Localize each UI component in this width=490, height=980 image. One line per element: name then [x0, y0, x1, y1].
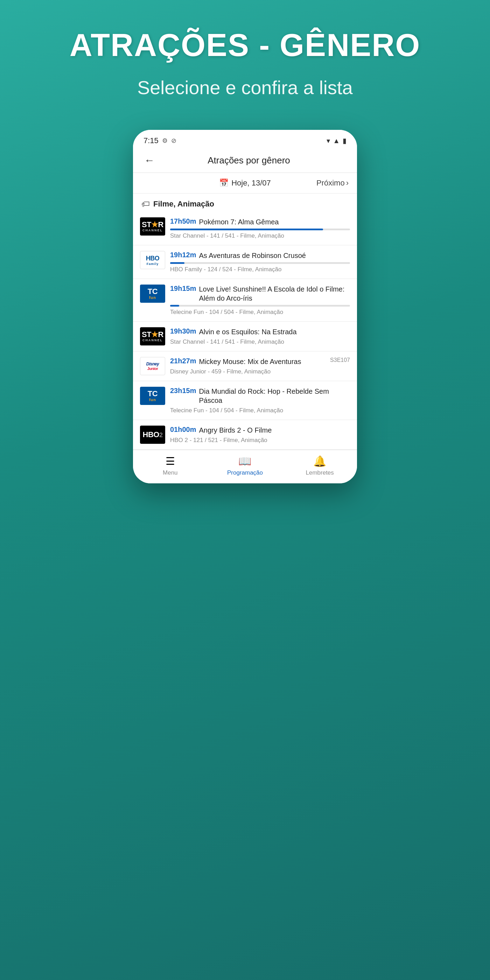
program-list: ST★R CHANNEL 17h50m Pokémon 7: Alma Gême…: [133, 212, 357, 450]
star-logo: ST★R: [142, 221, 164, 229]
date-label: 📅 Hoje, 13/07: [219, 178, 271, 188]
progress-bar: [170, 305, 350, 307]
program-title: Pokémon 7: Alma Gêmea: [199, 217, 350, 226]
genre-tag: 🏷 Filme, Animação: [133, 194, 357, 212]
list-item[interactable]: ST★R CHANNEL 19h30m Alvin e os Esquilos:…: [133, 321, 357, 352]
progress-fill: [170, 229, 323, 230]
family-text: Family: [146, 262, 159, 266]
program-info: 23h15m Dia Mundial do Rock: Hop - Rebeld…: [170, 387, 350, 414]
program-title: Alvin e os Esquilos: Na Estrada: [199, 327, 350, 336]
genre-label: Filme, Animação: [153, 199, 214, 208]
lembretes-icon: 🔔: [313, 455, 326, 467]
list-item[interactable]: HBO Family 19h12m As Aventuras de Robins…: [133, 245, 357, 279]
star-sub: CHANNEL: [142, 229, 163, 232]
program-details: HBO Family - 124 / 524 - Filme, Animação: [170, 266, 350, 273]
tc-logo-sub: fun: [149, 398, 156, 402]
do-not-disturb-icon: ⊘: [171, 137, 177, 145]
hbo-family-logo: HBO Family: [146, 255, 160, 266]
channel-logo-star: ST★R CHANNEL: [140, 217, 165, 235]
progress-fill: [170, 262, 185, 264]
disney-junior-logo: Disney Junior: [146, 361, 159, 371]
program-time: 19h15m: [170, 285, 196, 293]
disney-text: Disney: [146, 361, 159, 366]
program-title: As Aventuras de Robinson Crusoé: [199, 251, 350, 260]
calendar-icon: 📅: [219, 178, 229, 188]
program-time: 01h00m: [170, 426, 196, 434]
status-time: 7:15: [143, 136, 159, 145]
progress-fill: [170, 305, 179, 307]
signal-icon: ▲: [333, 137, 340, 145]
progress-bar: [170, 229, 350, 230]
hero-subtitle: Selecione e confira a lista: [137, 76, 352, 99]
program-details: Star Channel - 141 / 541 - Filme, Animaç…: [170, 339, 350, 345]
program-title: Angry Birds 2 - O Filme: [199, 426, 350, 435]
nav-label-menu: Menu: [163, 469, 178, 476]
tc-logo-text: TC: [148, 288, 158, 295]
nav-label-programacao: Programação: [227, 469, 263, 476]
program-details: HBO 2 - 121 / 521 - Filme, Animação: [170, 437, 350, 444]
program-time: 21h27m: [170, 357, 196, 365]
list-item[interactable]: TC fun 23h15m Dia Mundial do Rock: Hop -…: [133, 381, 357, 420]
nav-item-menu[interactable]: ☰ Menu: [153, 455, 188, 476]
list-item[interactable]: TC fun 19h15m Love Live! Sunshine!! A Es…: [133, 279, 357, 321]
program-time: 23h15m: [170, 387, 196, 395]
wifi-icon: ▾: [326, 137, 330, 145]
tc-logo-sub: fun: [149, 295, 156, 300]
settings-icon: ⚙: [162, 137, 168, 145]
program-title-row: 21h27m Mickey Mouse: Mix de Aventuras S3…: [170, 357, 350, 366]
app-bar-title: Atrações por gênero: [163, 155, 335, 166]
channel-logo-star: ST★R CHANNEL: [140, 327, 165, 345]
channel-logo-tc-fun: TC fun: [140, 285, 165, 303]
list-item[interactable]: Disney Junior 21h27m Mickey Mouse: Mix d…: [133, 352, 357, 381]
program-info: 17h50m Pokémon 7: Alma Gêmea Star Channe…: [170, 217, 350, 239]
program-title-row: 17h50m Pokémon 7: Alma Gêmea: [170, 217, 350, 226]
status-bar-left: 7:15 ⚙ ⊘: [143, 136, 177, 145]
program-title-row: 23h15m Dia Mundial do Rock: Hop - Rebeld…: [170, 387, 350, 405]
program-episode: S3E107: [330, 357, 350, 363]
hbo2-logo-text: HBO2: [143, 430, 163, 439]
date-text: Hoje, 13/07: [231, 178, 271, 188]
next-chevron-icon: ›: [346, 178, 348, 188]
program-info: 01h00m Angry Birds 2 - O Filme HBO 2 - 1…: [170, 426, 350, 444]
date-nav: 📅 Hoje, 13/07 Próximo ›: [133, 173, 357, 194]
channel-logo-hbo-family: HBO Family: [140, 251, 165, 269]
status-bar: 7:15 ⚙ ⊘ ▾ ▲ ▮: [133, 130, 357, 148]
program-details: Star Channel - 141 / 541 - Filme, Animaç…: [170, 232, 350, 239]
program-info: 19h30m Alvin e os Esquilos: Na Estrada S…: [170, 327, 350, 345]
program-details: Telecine Fun - 104 / 504 - Filme, Animaç…: [170, 407, 350, 414]
tag-icon: 🏷: [142, 199, 150, 209]
battery-icon: ▮: [343, 137, 347, 145]
phone-mockup: 7:15 ⚙ ⊘ ▾ ▲ ▮ ← Atrações por gênero 📅 H…: [133, 130, 357, 484]
program-title: Mickey Mouse: Mix de Aventuras: [199, 357, 328, 366]
app-bar: ← Atrações por gênero: [133, 148, 357, 173]
program-details: Disney Junior - 459 - Filme, Animação: [170, 368, 350, 375]
channel-logo-disney-junior: Disney Junior: [140, 357, 165, 375]
program-details: Telecine Fun - 104 / 504 - Filme, Animaç…: [170, 309, 350, 316]
program-time: 19h30m: [170, 327, 196, 335]
junior-text: Junior: [147, 366, 158, 371]
tc-logo-text: TC: [148, 390, 158, 398]
list-item[interactable]: ST★R CHANNEL 17h50m Pokémon 7: Alma Gême…: [133, 212, 357, 245]
channel-logo-hbo2: HBO2: [140, 426, 165, 444]
status-bar-right: ▾ ▲ ▮: [326, 137, 347, 145]
program-title: Dia Mundial do Rock: Hop - Rebelde Sem P…: [199, 387, 350, 405]
programacao-icon: 📖: [239, 455, 251, 467]
menu-icon: ☰: [165, 455, 175, 467]
progress-bar: [170, 262, 350, 264]
hero-title: ATRAÇÕES - GÊNERO: [70, 28, 420, 63]
bottom-nav: ☰ Menu 📖 Programação 🔔 Lembretes: [133, 450, 357, 484]
list-item[interactable]: HBO2 01h00m Angry Birds 2 - O Filme HBO …: [133, 420, 357, 450]
star-logo: ST★R: [142, 331, 164, 339]
next-label: Próximo: [317, 178, 345, 188]
program-time: 17h50m: [170, 217, 196, 225]
channel-logo-tc-fun: TC fun: [140, 387, 165, 405]
program-info: 21h27m Mickey Mouse: Mix de Aventuras S3…: [170, 357, 350, 375]
nav-item-lembretes[interactable]: 🔔 Lembretes: [302, 455, 337, 476]
nav-item-programacao[interactable]: 📖 Programação: [227, 455, 263, 476]
nav-label-lembretes: Lembretes: [305, 469, 334, 476]
next-button[interactable]: Próximo ›: [317, 178, 348, 188]
back-button[interactable]: ←: [142, 153, 158, 168]
program-title-row: 19h30m Alvin e os Esquilos: Na Estrada: [170, 327, 350, 336]
program-info: 19h12m As Aventuras de Robinson Crusoé H…: [170, 251, 350, 273]
program-info: 19h15m Love Live! Sunshine!! A Escola de…: [170, 285, 350, 316]
